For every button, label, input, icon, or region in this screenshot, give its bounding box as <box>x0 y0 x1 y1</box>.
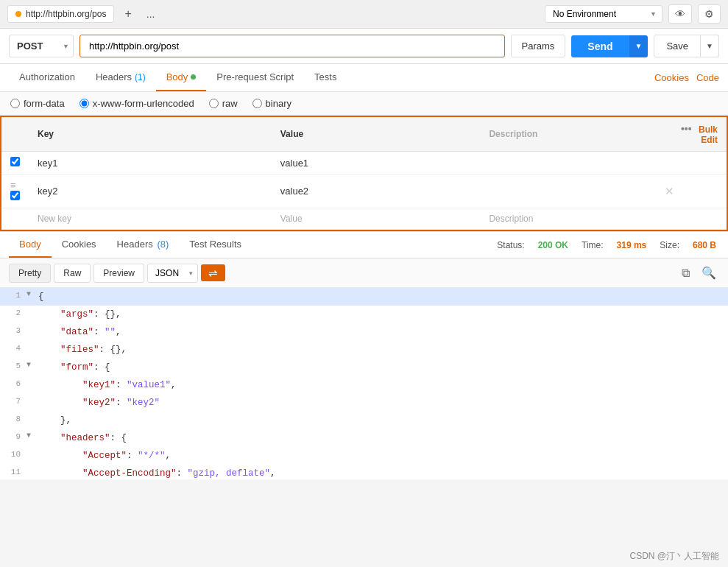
tab-prerequest[interactable]: Pre-request Script <box>206 64 304 91</box>
request-tabs-row: Authorization Headers (1) Body Pre-reque… <box>0 64 728 92</box>
raw-radio[interactable] <box>209 99 219 108</box>
save-dropdown-button[interactable]: ▼ <box>701 35 719 57</box>
resp-tab-cookies[interactable]: Cookies <box>52 232 107 258</box>
method-wrapper: POST GET PUT DELETE <box>9 35 74 57</box>
row1-checkbox[interactable] <box>10 157 20 166</box>
resp-tab-test-results[interactable]: Test Results <box>179 232 252 258</box>
row2-checkbox[interactable] <box>10 191 20 200</box>
status-value: 200 OK <box>538 240 568 250</box>
row2-actions: ✕ <box>656 175 727 208</box>
row1-key[interactable]: key1 <box>29 152 272 175</box>
pretty-button[interactable]: Pretty <box>9 264 51 283</box>
raw-button[interactable]: Raw <box>54 264 91 283</box>
response-actions: ⧉ 🔍 <box>679 263 719 283</box>
row2-delete-button[interactable]: ✕ <box>665 185 674 198</box>
wrap-button[interactable]: ⇌ <box>201 264 225 281</box>
env-select[interactable]: No Environment <box>545 5 662 23</box>
bulk-edit-button[interactable]: Bulk Edit <box>699 124 718 145</box>
format-select-wrapper: JSON XML HTML Text <box>147 264 198 283</box>
new-key-input-cell[interactable]: New key <box>29 208 272 230</box>
top-bar: http://httpbin.org/pos + ... No Environm… <box>0 0 728 29</box>
tab-url-label: http://httpbin.org/pos <box>26 9 106 19</box>
code-line-2: 2 "args": {}, <box>0 306 728 323</box>
response-section: Body Cookies Headers (8) Test Results St… <box>0 232 728 479</box>
cookies-link[interactable]: Cookies <box>654 72 689 83</box>
th-checkbox <box>1 117 29 152</box>
new-value-input-cell[interactable]: Value <box>272 208 481 230</box>
tab-headers[interactable]: Headers (1) <box>85 64 156 91</box>
table-row: ≡ key2 value2 ✕ <box>1 175 727 208</box>
th-value: Value <box>272 117 481 152</box>
size-label: Size: <box>660 240 679 250</box>
method-select[interactable]: POST GET PUT DELETE <box>9 35 74 57</box>
response-tabs-row: Body Cookies Headers (8) Test Results St… <box>0 232 728 258</box>
code-line-6: 6 "key1": "value1", <box>0 376 728 394</box>
time-value: 319 ms <box>617 240 647 250</box>
preview-button[interactable]: Preview <box>93 264 144 283</box>
new-desc-input-cell[interactable]: Description <box>480 208 655 230</box>
add-tab-button[interactable]: + <box>120 6 135 22</box>
th-description: Description <box>480 117 655 152</box>
form-data-option[interactable]: form-data <box>10 98 65 109</box>
request-bar: POST GET PUT DELETE Params Send ▼ Save ▼ <box>0 29 728 64</box>
binary-option[interactable]: binary <box>252 98 291 109</box>
kv-table: Key Value Description ••• Bulk Edit key1 <box>1 117 727 230</box>
resp-tab-headers[interactable]: Headers (8) <box>107 232 180 258</box>
save-button[interactable]: Save <box>654 35 701 57</box>
size-value: 680 B <box>693 240 716 250</box>
env-select-wrapper: No Environment <box>545 5 662 23</box>
env-section: No Environment 👁 ⚙ <box>545 4 721 24</box>
row2-value[interactable]: value2 <box>272 175 481 208</box>
send-dropdown-button[interactable]: ▼ <box>629 35 649 57</box>
request-tab[interactable]: http://httpbin.org/pos <box>7 5 114 23</box>
row2-checkbox-cell: ≡ <box>1 175 29 208</box>
form-data-radio[interactable] <box>10 99 20 108</box>
more-dots-icon[interactable]: ••• <box>681 123 692 135</box>
response-format-bar: Pretty Raw Preview JSON XML HTML Text ⇌ … <box>0 258 728 288</box>
tabs-right: Cookies Code <box>654 72 719 83</box>
table-row: key1 value1 <box>1 152 727 175</box>
code-line-5: 5 ▼ "form": { <box>0 359 728 376</box>
url-input[interactable] <box>79 35 505 57</box>
drag-handle-icon[interactable]: ≡ <box>10 180 16 191</box>
resp-tab-body[interactable]: Body <box>9 232 52 258</box>
code-line-11: 11 "Accept-Encoding": "gzip, deflate", <box>0 465 728 479</box>
copy-button[interactable]: ⧉ <box>679 263 693 283</box>
row1-value[interactable]: value1 <box>272 152 481 175</box>
send-btn-group: Send ▼ <box>571 35 648 57</box>
more-tabs-button[interactable]: ... <box>142 7 160 21</box>
save-btn-group: Save ▼ <box>654 35 719 57</box>
tab-tests[interactable]: Tests <box>304 64 347 91</box>
code-line-3: 3 "data": "", <box>0 323 728 341</box>
response-status-bar: Status: 200 OK Time: 319 ms Size: 680 B <box>497 240 719 250</box>
binary-radio[interactable] <box>252 99 262 108</box>
search-button[interactable]: 🔍 <box>699 263 719 283</box>
new-row-checkbox-cell <box>1 208 29 230</box>
raw-option[interactable]: raw <box>209 98 238 109</box>
code-line-7: 7 "key2": "key2" <box>0 394 728 412</box>
code-line-1: 1 ▼ { <box>0 288 728 306</box>
row1-actions <box>656 152 727 175</box>
urlencoded-option[interactable]: x-www-form-urlencoded <box>79 98 194 109</box>
headers-badge: (1) <box>135 72 146 82</box>
tab-authorization[interactable]: Authorization <box>9 64 85 91</box>
urlencoded-radio[interactable] <box>79 99 89 108</box>
status-label: Status: <box>497 240 524 250</box>
row2-key[interactable]: key2 <box>29 175 272 208</box>
eye-icon-button[interactable]: 👁 <box>668 4 692 24</box>
tab-body[interactable]: Body <box>156 64 207 91</box>
time-label: Time: <box>582 240 604 250</box>
tab-dot <box>15 11 21 17</box>
format-select[interactable]: JSON XML HTML Text <box>147 264 198 283</box>
params-button[interactable]: Params <box>511 35 566 57</box>
gear-icon-button[interactable]: ⚙ <box>698 4 721 24</box>
send-button[interactable]: Send <box>571 35 629 57</box>
new-key-row: New key Value Description <box>1 208 727 230</box>
row1-description[interactable] <box>480 152 655 175</box>
body-options-row: form-data x-www-form-urlencoded raw bina… <box>0 92 728 116</box>
code-link[interactable]: Code <box>696 72 719 83</box>
code-line-9: 9 ▼ "headers": { <box>0 429 728 447</box>
code-line-10: 10 "Accept": "*/*", <box>0 447 728 465</box>
row2-description[interactable] <box>480 175 655 208</box>
kv-section: Key Value Description ••• Bulk Edit key1 <box>0 116 728 232</box>
